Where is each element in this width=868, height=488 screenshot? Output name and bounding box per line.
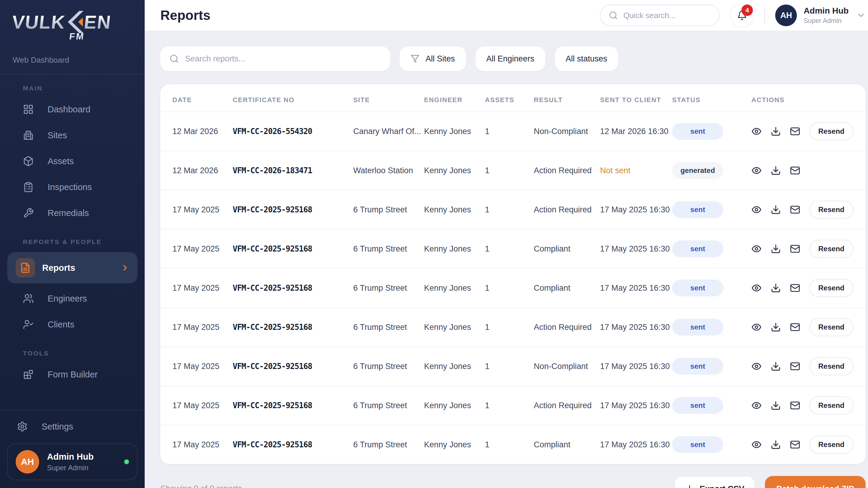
download-report-button[interactable] [771,204,781,215]
sidebar-item-label: Settings [41,422,73,432]
row-certificate-no: VFM-CC-2026-183471 [233,166,353,175]
search-icon [169,54,179,64]
row-result: Non-Compliant [534,362,600,371]
download-report-button[interactable] [771,440,781,450]
download-report-button[interactable] [771,244,781,254]
download-report-button[interactable] [771,322,781,332]
reports-table-card: DATECERTIFICATE NOSITEENGINEERASSETSRESU… [160,84,866,464]
resend-button[interactable]: Resend [809,279,854,297]
user-name: Admin Hub [47,452,94,462]
row-assets: 1 [485,362,534,371]
email-report-button[interactable] [790,322,800,332]
resend-button[interactable]: Resend [809,435,854,454]
download-report-button[interactable] [771,165,781,175]
row-result: Compliant [534,440,600,450]
avatar: AH [775,4,797,26]
user-role: Super Admin [47,464,94,472]
file-text-icon [20,262,31,273]
sidebar-item-engineers[interactable]: Engineers [0,288,145,310]
filter-statuses[interactable]: All statuses [555,46,618,71]
status-badge: sent [672,280,723,296]
eye-icon [751,322,762,332]
section-label-reports-people: REPORTS & PEOPLE [0,238,145,248]
eye-icon [751,400,762,411]
notifications-button[interactable]: 4 [730,3,754,27]
view-report-button[interactable] [751,361,762,371]
eye-icon [751,244,762,254]
sidebar-item-label: Reports [42,263,75,273]
resend-button[interactable]: Resend [809,122,854,140]
quick-search [600,4,720,26]
row-sent-to-client: 17 May 2025 16:30 [600,244,672,254]
download-report-button[interactable] [771,283,781,293]
sidebar-item-clients[interactable]: Clients [0,314,145,335]
email-report-button[interactable] [790,440,800,450]
resend-button[interactable]: Resend [809,357,854,375]
row-status-cell: generated [672,162,751,179]
row-site: Canary Wharf Of... [353,127,424,136]
view-report-button[interactable] [751,165,762,175]
view-report-button[interactable] [751,322,762,332]
email-report-button[interactable] [790,244,800,254]
profile-menu[interactable]: AH Admin Hub Super Admin [775,4,865,26]
view-report-button[interactable] [751,400,762,411]
profile-role: Super Admin [804,17,848,25]
batch-download-zip-button[interactable]: Batch download ZIP [765,476,866,488]
report-search-input[interactable] [185,54,381,64]
view-report-button[interactable] [751,283,762,293]
email-report-button[interactable] [790,204,800,215]
row-status-cell: sent [672,123,751,140]
table-row: 17 May 2025VFM-CC-2025-9251686 Trump Str… [160,190,866,229]
sidebar-item-label: Clients [48,320,74,330]
sidebar-divider [0,410,145,410]
sidebar-user-card[interactable]: AH Admin Hub Super Admin [7,444,137,480]
row-sent-to-client: 17 May 2025 16:30 [600,362,672,371]
sidebar-item-sites[interactable]: Sites [0,124,145,146]
row-certificate-no: VFM-CC-2025-925168 [233,401,353,410]
sidebar-item-inspections[interactable]: Inspections [0,176,145,198]
sidebar-item-dashboard[interactable]: Dashboard [0,98,145,120]
filter-engineers[interactable]: All Engineers [475,46,545,71]
export-csv-button[interactable]: Export CSV [674,476,755,488]
report-search [160,46,390,71]
view-report-button[interactable] [751,204,762,215]
filter-sites[interactable]: All Sites [400,46,466,71]
eye-icon [751,126,762,136]
email-report-button[interactable] [790,165,800,175]
download-report-button[interactable] [771,400,781,411]
view-report-button[interactable] [751,126,762,136]
resend-button[interactable]: Resend [809,396,854,415]
sidebar-nav: MAIN Dashboard Sites Assets Inspections [0,74,145,408]
view-report-button[interactable] [751,440,762,450]
sidebar-item-label: Inspections [48,182,92,192]
email-report-button[interactable] [790,361,800,371]
row-actions: Resend [751,318,854,336]
status-badge: sent [672,123,723,140]
gear-icon [17,421,28,432]
email-report-button[interactable] [790,283,800,293]
resend-button[interactable]: Resend [809,201,854,219]
row-date: 17 May 2025 [173,440,233,450]
resend-button[interactable]: Resend [809,318,854,336]
row-site: 6 Trump Street [353,362,424,371]
download-icon [771,283,781,293]
column-header: ASSETS [485,96,534,104]
sidebar-item-assets[interactable]: Assets [0,150,145,172]
sidebar-item-form-builder[interactable]: Form Builder [0,364,145,385]
divider [764,7,765,24]
sidebar-item-reports[interactable]: Reports [7,252,137,284]
email-report-button[interactable] [790,126,800,136]
download-icon [685,484,694,488]
download-report-button[interactable] [771,126,781,136]
chevron-right-icon [121,263,130,272]
sidebar-item-label: Form Builder [48,369,98,380]
download-report-button[interactable] [771,361,781,371]
sidebar-item-remedials[interactable]: Remedials [0,202,145,224]
quick-search-input[interactable] [623,11,711,20]
email-report-button[interactable] [790,400,800,411]
resend-button[interactable]: Resend [809,240,854,258]
filter-statuses-value: All statuses [566,54,607,64]
row-assets: 1 [485,323,534,332]
view-report-button[interactable] [751,244,762,254]
sidebar-item-settings[interactable]: Settings [0,416,145,437]
